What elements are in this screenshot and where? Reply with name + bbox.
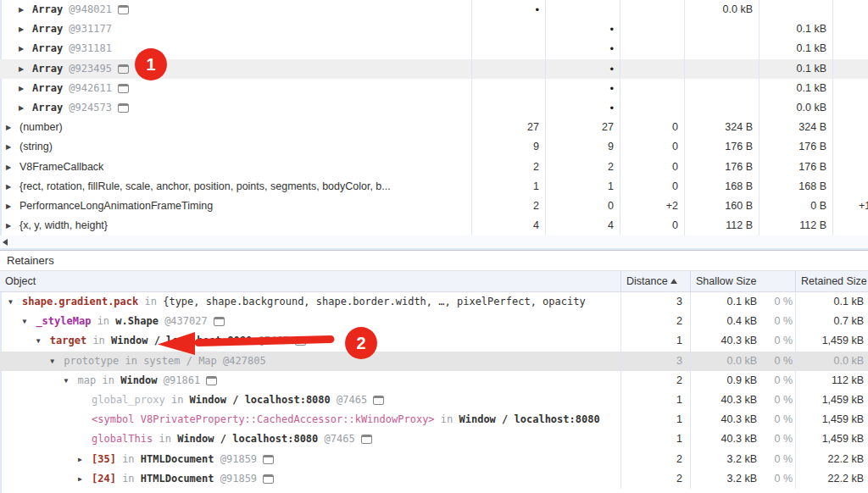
grid-cell-name: ▶Array @923495 [0, 59, 472, 79]
table-row[interactable]: ▶{rect, rotation, fillRule, scale, ancho… [0, 177, 868, 197]
retainer-row[interactable]: ▼target in Window / localhost:8080 @7465… [0, 331, 868, 351]
reveal-in-summary-icon[interactable] [206, 376, 217, 385]
object-id: @91861 [158, 371, 201, 391]
column-header-retained-size[interactable]: Retained Size [796, 271, 868, 291]
retainer-object-cell: globalThis in Window / localhost:8080 @7… [0, 429, 621, 449]
reveal-in-summary-icon[interactable] [263, 455, 274, 464]
expand-arrow-icon[interactable]: ▶ [6, 216, 19, 235]
retainer-row[interactable]: ▶[24] in HTMLDocument @9185923.2 kB0 %22… [0, 469, 868, 489]
table-row[interactable]: ▶Array @923495•0.1 kB [0, 59, 868, 79]
shallow-size-value: 40.3 kB [691, 429, 757, 449]
reveal-in-summary-icon[interactable] [263, 474, 274, 484]
grid-cell [472, 59, 546, 79]
instance-marker-dot-icon: • [609, 42, 614, 55]
expand-arrow-icon[interactable]: ▶ [6, 158, 19, 177]
grid-cell: • [546, 79, 620, 98]
retainer-row[interactable]: ▶[35] in HTMLDocument @9185923.2 kB0 %22… [0, 450, 868, 469]
expand-arrow-icon[interactable]: ▶ [19, 39, 32, 58]
constructor-name: (number) [19, 118, 63, 137]
in-keyword: in [138, 292, 163, 312]
retainer-row[interactable]: ▼shape.gradient.pack in {type, shape.bac… [0, 292, 868, 312]
grid-cell-name: ▶Array @931177 [0, 19, 472, 39]
retainer-object-name: system / Map [143, 352, 217, 371]
retainer-object-cell: ▼_styleMap in w.Shape @437027 [0, 312, 621, 331]
reveal-in-summary-icon[interactable] [118, 64, 129, 74]
grid-cell: 324 B [760, 118, 833, 137]
retainer-object-name: HTMLDocument [141, 469, 214, 489]
retainer-property: [24] [92, 469, 116, 489]
expand-arrow-icon[interactable]: ▶ [19, 79, 32, 98]
expand-arrow-icon[interactable]: ▶ [6, 118, 19, 137]
annotation-badge-2: 2 [345, 327, 377, 359]
expand-arrow-icon[interactable]: ▶ [19, 0, 32, 19]
object-id: @7465 [252, 331, 288, 351]
retained-size-cell: 1,459 kB [796, 331, 868, 351]
constructor-name: {rect, rotation, fillRule, scale, anchor… [19, 177, 391, 197]
retainer-row[interactable]: <symbol V8PrivateProperty::CachedAccesso… [0, 410, 868, 429]
expand-arrow-icon[interactable]: ▶ [6, 197, 19, 216]
retained-size-cell: 1,459 kB [796, 410, 868, 429]
retainer-row[interactable]: ▼_styleMap in w.Shape @43702720.4 kB0 %0… [0, 312, 868, 331]
instance-id: @923495 [63, 59, 112, 79]
scroll-left-icon[interactable] [3, 239, 8, 246]
expand-arrow-icon[interactable]: ▼ [36, 331, 50, 351]
table-row[interactable]: ▶Array @931181•0.1 kB [0, 39, 868, 58]
retained-size-cell: 0.0 kB [796, 352, 868, 371]
reveal-in-summary-icon[interactable] [118, 84, 129, 93]
horizontal-scrollbar[interactable] [0, 235, 868, 250]
grid-cell: 9 [546, 137, 620, 157]
table-row[interactable]: ▶Array @931177•0.1 kB [0, 19, 868, 39]
reveal-in-summary-icon[interactable] [295, 336, 306, 346]
shallow-size-value: 0.9 kB [691, 371, 757, 391]
grid-cell: 112 B [685, 216, 760, 235]
heap-comparison-grid: ▶Array @948021•0.0 kB▶Array @931177•0.1 … [0, 0, 868, 235]
instance-marker-dot-icon: • [609, 82, 614, 95]
expand-arrow-icon[interactable]: ▶ [19, 19, 32, 39]
expand-arrow-icon[interactable]: ▼ [64, 371, 78, 391]
retainer-property: globalThis [92, 429, 153, 449]
table-row[interactable]: ▶Array @942611•0.1 kB [0, 79, 868, 98]
column-header-object[interactable]: Object [0, 271, 621, 291]
table-row[interactable]: ▶(string)990176 B176 B [0, 137, 868, 157]
retainer-row[interactable]: ▼prototype in system / Map @42780530.0 k… [0, 352, 868, 371]
grid-cell [685, 39, 760, 58]
shallow-size-cell: 40.3 kB0 % [691, 429, 796, 449]
reveal-in-summary-icon[interactable] [118, 103, 129, 113]
expand-arrow-icon[interactable]: ▶ [19, 98, 32, 118]
column-header-shallow-size[interactable]: Shallow Size [691, 271, 796, 291]
shallow-size-value: 40.3 kB [691, 331, 757, 351]
column-header-distance[interactable]: Distance [621, 271, 691, 291]
grid-cell [833, 98, 868, 118]
table-row[interactable]: ▶Array @924573•0.0 kB [0, 98, 868, 118]
shallow-size-percent: 0 % [757, 429, 795, 449]
reveal-in-summary-icon[interactable] [361, 435, 372, 444]
shallow-size-percent: 0 % [757, 469, 795, 489]
expand-arrow-icon[interactable]: ▼ [22, 312, 36, 331]
reveal-in-summary-icon[interactable] [373, 396, 384, 405]
table-row[interactable]: ▶V8FrameCallback220176 B176 B [0, 158, 868, 177]
retainer-property: <symbol V8PrivateProperty::CachedAccesso… [92, 410, 435, 429]
retainer-row[interactable]: globalThis in Window / localhost:8080 @7… [0, 429, 868, 449]
in-keyword: in [91, 312, 115, 331]
expand-arrow-icon[interactable]: ▶ [78, 469, 92, 489]
expand-arrow-icon[interactable]: ▶ [78, 450, 92, 469]
retainer-row[interactable]: global_proxy in Window / localhost:8080 … [0, 391, 868, 410]
grid-cell-name: ▶{rect, rotation, fillRule, scale, ancho… [0, 177, 472, 197]
table-row[interactable]: ▶PerformanceLongAnimationFrameTiming20+2… [0, 197, 868, 216]
expand-arrow-icon[interactable]: ▶ [19, 59, 32, 79]
expand-arrow-icon[interactable]: ▼ [8, 292, 22, 312]
reveal-in-summary-icon[interactable] [118, 5, 129, 14]
instance-name: Array [32, 39, 63, 58]
expand-arrow-icon[interactable]: ▼ [50, 352, 64, 371]
table-row[interactable]: ▶Array @948021•0.0 kB [0, 0, 868, 19]
distance-cell: 1 [621, 391, 691, 410]
grid-cell: • [546, 39, 620, 58]
instance-name: Array [32, 79, 63, 98]
table-row[interactable]: ▶(number)27270324 B324 B [0, 118, 868, 137]
retainer-row[interactable]: ▼map in Window @9186120.9 kB0 %112 kB [0, 371, 868, 391]
instance-marker-dot-icon: • [609, 23, 614, 36]
expand-arrow-icon[interactable]: ▶ [6, 137, 19, 157]
expand-arrow-icon[interactable]: ▶ [6, 177, 19, 197]
reveal-in-summary-icon[interactable] [214, 317, 225, 326]
table-row[interactable]: ▶{x, y, width, height}440112 B112 B [0, 216, 868, 235]
